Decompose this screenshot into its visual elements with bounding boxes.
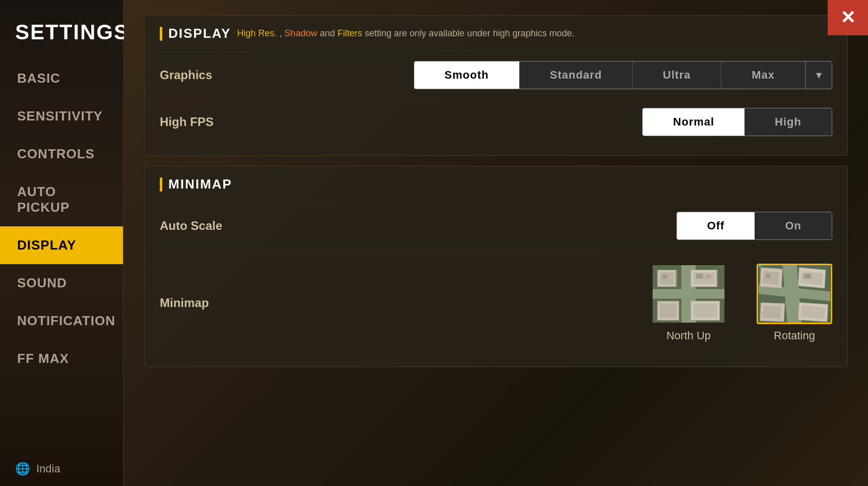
minimap-section: MINIMAP Auto Scale Off On Minimap: [144, 166, 848, 367]
high-fps-btn-high[interactable]: High: [745, 108, 832, 136]
auto-scale-label: Auto Scale: [160, 219, 676, 233]
close-icon: ✕: [840, 7, 855, 28]
svg-marker-20: [762, 271, 779, 285]
svg-rect-13: [705, 275, 711, 279]
note-sep1: ,: [279, 28, 284, 38]
svg-marker-24: [762, 306, 781, 319]
minimap-label: Minimap: [160, 296, 550, 310]
settings-title: SETTINGS: [0, 10, 123, 59]
svg-rect-10: [694, 303, 718, 318]
svg-rect-11: [662, 275, 667, 279]
minimap-thumb-north-up: [651, 264, 726, 324]
sidebar-item-ff-max[interactable]: FF MAX: [0, 340, 123, 378]
display-section-note: High Res. , Shadow and Filters setting a…: [237, 28, 574, 39]
minimap-option-rotating[interactable]: Rotating: [757, 264, 832, 342]
region-label: India: [36, 462, 60, 475]
high-fps-label: High FPS: [160, 115, 642, 129]
sidebar-item-auto-pickup[interactable]: AUTO PICKUP: [0, 173, 123, 226]
sidebar-item-basic[interactable]: BASIC: [0, 59, 123, 97]
sidebar-item-notification[interactable]: NOTIFICATION: [0, 302, 123, 340]
minimap-north-up-label: North Up: [666, 329, 711, 342]
minimap-option-north-up[interactable]: North Up: [651, 264, 726, 342]
minimap-options: North Up: [651, 259, 832, 347]
graphics-btn-ultra[interactable]: Ultra: [633, 62, 721, 89]
high-fps-row: High FPS Normal High: [160, 98, 832, 145]
display-section: DISPLAY High Res. , Shadow and Filters s…: [144, 15, 848, 156]
note-high-res: High Res.: [237, 28, 277, 38]
sidebar: SETTINGS BASIC SENSITIVITY CONTROLS AUTO…: [0, 0, 124, 486]
svg-rect-28: [766, 274, 771, 278]
globe-icon: 🌐: [15, 462, 30, 476]
minimap-options-row: Minimap: [160, 249, 832, 356]
graphics-btn-smooth[interactable]: Smooth: [414, 62, 520, 89]
svg-rect-29: [804, 274, 811, 279]
graphics-btn-max[interactable]: Max: [721, 62, 805, 89]
close-button[interactable]: ✕: [828, 0, 868, 35]
graphics-label: Graphics: [160, 68, 414, 82]
sidebar-item-sound[interactable]: SOUND: [0, 264, 123, 302]
auto-scale-toggle-group: Off On: [676, 212, 832, 240]
svg-rect-14: [675, 270, 678, 287]
high-fps-btn-normal[interactable]: Normal: [643, 108, 745, 136]
svg-rect-12: [696, 274, 703, 279]
note-suffix: setting are only available under high gr…: [365, 28, 575, 38]
page-wrapper: SETTINGS BASIC SENSITIVITY CONTROLS AUTO…: [0, 0, 868, 486]
sidebar-footer: 🌐 India: [0, 452, 123, 486]
minimap-rotating-label: Rotating: [774, 329, 815, 342]
minimap-section-header: MINIMAP: [160, 176, 832, 192]
graphics-row: Graphics Smooth Standard Ultra Max ▾: [160, 51, 832, 98]
note-filters: Filters: [337, 28, 362, 38]
sidebar-item-display[interactable]: DISPLAY: [0, 226, 123, 264]
display-section-header: DISPLAY High Res. , Shadow and Filters s…: [160, 26, 832, 41]
auto-scale-btn-on[interactable]: On: [755, 212, 832, 239]
graphics-btn-standard[interactable]: Standard: [520, 62, 633, 89]
auto-scale-btn-off[interactable]: Off: [677, 212, 755, 239]
main-content: ✕ DISPLAY High Res. , Shadow and Filters…: [124, 0, 868, 486]
note-shadow: Shadow: [284, 28, 317, 38]
graphics-expand-btn[interactable]: ▾: [805, 62, 832, 89]
sidebar-item-controls[interactable]: CONTROLS: [0, 135, 123, 173]
display-section-title: DISPLAY: [168, 26, 231, 41]
minimap-thumb-rotating: [757, 264, 832, 324]
minimap-section-title: MINIMAP: [168, 176, 232, 192]
auto-scale-row: Auto Scale Off On: [160, 202, 832, 249]
graphics-toggle-group: Smooth Standard Ultra Max ▾: [414, 61, 832, 89]
svg-rect-15: [716, 270, 719, 287]
svg-marker-26: [800, 306, 825, 320]
svg-rect-8: [660, 303, 676, 318]
high-fps-toggle-group: Normal High: [642, 108, 832, 136]
sidebar-item-sensitivity[interactable]: SENSITIVITY: [0, 97, 123, 135]
svg-rect-27: [759, 265, 762, 268]
note-sep2: and: [320, 28, 337, 38]
